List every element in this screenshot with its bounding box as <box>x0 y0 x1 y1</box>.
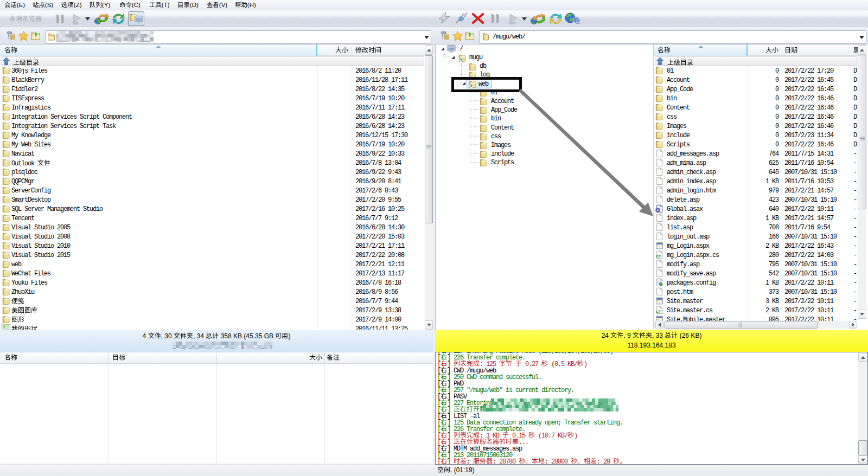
svg-text:GO: GO <box>73 21 78 25</box>
svg-text:GO: GO <box>509 21 515 25</box>
